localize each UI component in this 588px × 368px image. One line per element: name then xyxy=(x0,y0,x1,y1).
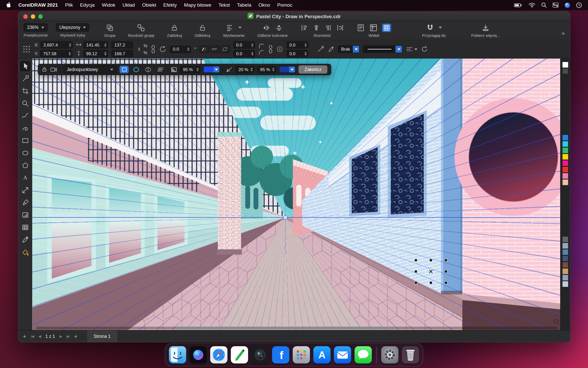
drawing-canvas[interactable]: Jednopunktowy 95 % 20 % 85 % xyxy=(32,59,561,331)
first-page-button[interactable]: |◀ xyxy=(31,334,34,338)
menu-item-okno[interactable]: Okno xyxy=(259,2,270,8)
dock-finder[interactable] xyxy=(169,346,186,364)
palette-swatch[interactable] xyxy=(562,141,569,147)
parallel-dimension-tool[interactable] xyxy=(19,184,31,195)
siri-icon[interactable] xyxy=(564,2,570,8)
group-objects-icon[interactable] xyxy=(106,24,114,32)
palette-swatch[interactable] xyxy=(562,154,569,160)
dock-app-store[interactable]: A xyxy=(313,346,331,364)
chamfer-corner-icon[interactable] xyxy=(258,50,265,55)
lines-density-icon[interactable] xyxy=(226,67,232,72)
palette-swatch[interactable] xyxy=(562,68,569,74)
perspective-type-select[interactable]: Jednopunktowy xyxy=(63,65,117,74)
next-page-button[interactable]: ▶ xyxy=(59,334,62,338)
lines-density-input[interactable]: 20 % xyxy=(236,66,254,73)
interactive-fill-tool[interactable] xyxy=(19,209,31,220)
x-position-input[interactable]: 2,697.4 xyxy=(41,41,73,49)
palette-swatch[interactable] xyxy=(562,62,569,68)
mirror-horizontal-icon[interactable] xyxy=(262,24,270,32)
clock-icon[interactable] xyxy=(576,2,582,8)
corner-radius-3-input[interactable]: 0.0 xyxy=(233,50,255,57)
mesh-fill-tool[interactable] xyxy=(19,222,31,233)
unlock-object-icon[interactable] xyxy=(199,24,206,32)
depth-input[interactable]: 85 % xyxy=(257,66,276,73)
zoom-tool[interactable] xyxy=(19,98,31,109)
menu-item-efekty[interactable]: Efekty xyxy=(163,2,177,8)
dock-pen-app[interactable] xyxy=(231,346,248,364)
y-spinner[interactable] xyxy=(69,52,71,55)
add-page-button[interactable]: + xyxy=(23,333,26,339)
lock-ratio-icon[interactable] xyxy=(151,45,156,54)
pen-tool[interactable] xyxy=(19,197,31,208)
menu-item-pomoc[interactable]: Pomoc xyxy=(277,2,292,8)
menubar-app-name[interactable]: CorelDRAW 2021 xyxy=(18,2,58,8)
ellipse-tool[interactable] xyxy=(19,147,31,158)
palette-swatch[interactable] xyxy=(562,281,569,287)
mirror-vertical-icon[interactable] xyxy=(275,24,283,32)
dock-siri[interactable] xyxy=(190,346,207,364)
finish-perspective-button[interactable]: Zakończ xyxy=(299,65,328,74)
dock-mail[interactable] xyxy=(334,346,351,364)
snap-to-magnet-icon[interactable] xyxy=(426,24,434,32)
scale-spinner[interactable] xyxy=(138,47,140,51)
palette-swatch[interactable] xyxy=(562,160,569,166)
control-center-icon[interactable] xyxy=(552,2,559,8)
menu-item-widok[interactable]: Widok xyxy=(102,2,115,8)
mirror-vertical-button[interactable] xyxy=(210,45,219,53)
line-style-select[interactable] xyxy=(363,45,402,53)
y-position-input[interactable]: 757.58 xyxy=(40,50,72,57)
smart-fill-tool[interactable] xyxy=(19,246,31,258)
edit-nodes-icon[interactable] xyxy=(317,45,324,53)
ungroup-objects-icon[interactable] xyxy=(137,24,145,32)
show-grid-toggle[interactable] xyxy=(156,66,165,73)
relative-corner-icon[interactable] xyxy=(276,46,283,52)
chevron-down-icon[interactable] xyxy=(439,27,442,28)
palette-swatch[interactable] xyxy=(562,134,569,141)
palette-swatch[interactable] xyxy=(562,255,569,262)
search-icon[interactable] xyxy=(541,2,547,8)
toolbar-overflow-button[interactable]: » xyxy=(562,30,565,36)
scale-width-input[interactable]: 137.2 xyxy=(111,41,133,49)
object-position-grid-icon[interactable] xyxy=(22,45,31,54)
dock-trash[interactable] xyxy=(402,346,419,364)
refresh-icon[interactable] xyxy=(421,45,428,53)
grid-opacity-input[interactable]: 95 % xyxy=(180,66,200,73)
chevron-down-icon[interactable] xyxy=(289,66,295,73)
perspective-camera-icon[interactable] xyxy=(50,67,57,72)
view-rulers-icon[interactable] xyxy=(370,24,378,32)
wifi-icon[interactable] xyxy=(528,2,535,8)
outline-eyedropper-icon[interactable] xyxy=(328,46,334,52)
palette-swatch[interactable] xyxy=(562,268,569,274)
corner-radius-1-input[interactable]: 0.0 xyxy=(233,41,255,49)
corner-radius-4-input[interactable]: 0.0 xyxy=(286,50,308,57)
chevron-down-icon[interactable] xyxy=(239,27,242,28)
menu-item-układ[interactable]: Układ xyxy=(122,2,135,8)
pick-tool[interactable] xyxy=(19,61,31,72)
menu-item-plik[interactable]: Plik xyxy=(65,2,73,8)
rectangle-tool[interactable] xyxy=(19,135,31,146)
view-mode-select[interactable]: Ulepszony xyxy=(56,23,89,31)
menu-item-obiekt[interactable]: Obiekt xyxy=(142,2,156,8)
page-tab-strona-1[interactable]: Strona 1 xyxy=(87,330,117,342)
apple-menu-icon[interactable] xyxy=(6,2,11,9)
dock-camera[interactable] xyxy=(251,346,269,364)
show-right-wall-toggle[interactable] xyxy=(144,66,153,73)
palette-swatch[interactable] xyxy=(562,274,569,281)
zoom-level-select[interactable]: 236% xyxy=(24,23,48,31)
align-objects-icon[interactable] xyxy=(226,24,234,32)
chevron-down-icon[interactable] xyxy=(396,45,402,53)
zoom-window-button[interactable] xyxy=(38,14,43,19)
corner-radius-2-input[interactable]: 0.0 xyxy=(286,41,308,49)
scrollbar-thumb[interactable] xyxy=(177,327,396,329)
perspective-lock-icon[interactable] xyxy=(42,66,47,73)
skew-button[interactable] xyxy=(220,45,230,53)
close-window-button[interactable] xyxy=(23,14,28,19)
minimize-window-button[interactable] xyxy=(31,14,35,19)
dock-system-preferences[interactable] xyxy=(381,346,399,364)
battery-icon[interactable] xyxy=(513,2,523,8)
vanishing-point-marker[interactable] xyxy=(284,215,287,219)
rotation-angle-input[interactable]: 0.0 xyxy=(170,46,191,53)
dock-launchpad[interactable] xyxy=(293,346,310,364)
outline-width-select[interactable]: Brak xyxy=(338,45,360,53)
lock-corners-icon[interactable] xyxy=(268,45,273,54)
